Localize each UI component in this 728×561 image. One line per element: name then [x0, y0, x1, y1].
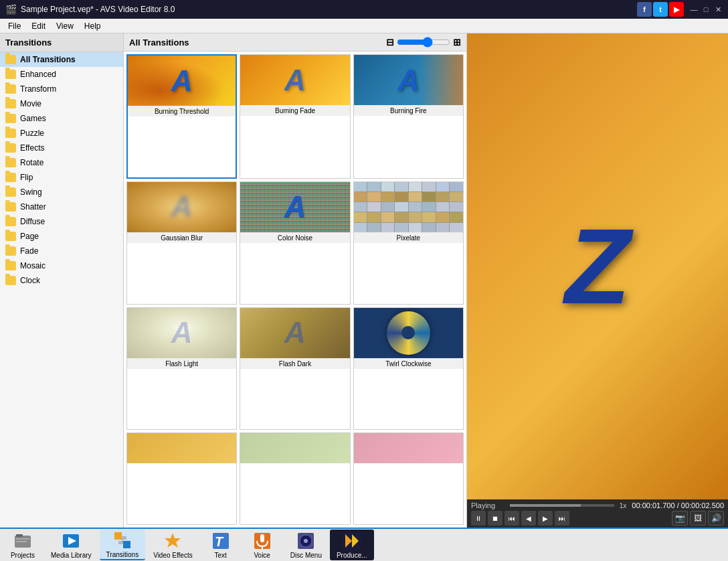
disc-menu-label: Disc Menu — [290, 552, 322, 559]
progress-bar[interactable] — [510, 504, 614, 507]
transition-thumb: A — [354, 55, 463, 105]
sidebar-item-swing[interactable]: Swing — [0, 185, 123, 199]
sidebar-item-all-transitions[interactable]: All Transitions — [0, 52, 123, 67]
sidebar-item-transform[interactable]: Transform — [0, 82, 123, 96]
transition-label: Gaussian Blur — [127, 232, 236, 243]
sidebar-label: Mosaic — [20, 261, 46, 270]
video-effects-icon — [163, 532, 182, 550]
sidebar-item-effects[interactable]: Effects — [0, 141, 123, 155]
transition-burning-threshold[interactable]: A Burning Threshold — [126, 54, 237, 179]
sidebar-item-diffuse[interactable]: Diffuse — [0, 214, 123, 229]
sidebar-item-movie[interactable]: Movie — [0, 96, 123, 111]
text-label: Text — [215, 552, 227, 559]
media-library-label: Media Library — [51, 552, 92, 559]
sidebar-item-enhanced[interactable]: Enhanced — [0, 67, 123, 82]
sidebar-label: Fade — [20, 246, 38, 256]
disc-menu-button[interactable]: Disc Menu — [284, 530, 329, 560]
menu-file[interactable]: File — [3, 20, 26, 32]
sidebar-item-clock[interactable]: Clock — [0, 273, 123, 288]
youtube-icon[interactable]: ▶ — [669, 2, 684, 17]
text-button[interactable]: T Text — [201, 530, 241, 560]
volume-button[interactable]: 🔊 — [708, 511, 724, 526]
folder-icon — [5, 84, 16, 94]
twitter-icon[interactable]: t — [653, 2, 668, 17]
produce-label: Produce... — [337, 552, 367, 559]
transition-burning-fade[interactable]: A Burning Fade — [240, 54, 350, 179]
transition-thumb — [354, 433, 463, 463]
sidebar-item-rotate[interactable]: Rotate — [0, 155, 123, 170]
preview-row1: Playing 1x 00:00:01.700 / 00:00:02.500 — [471, 501, 724, 509]
sidebar-item-page[interactable]: Page — [0, 229, 123, 244]
preview-letter: Z — [565, 205, 630, 328]
media-library-button[interactable]: Media Library — [44, 530, 98, 560]
speed-text: 1x — [620, 502, 627, 509]
next-button[interactable]: ⏭ — [555, 511, 569, 526]
transitions-button[interactable]: Transitions — [100, 530, 146, 560]
sidebar-item-flip[interactable]: Flip — [0, 170, 123, 185]
maximize-button[interactable]: □ — [701, 5, 711, 14]
sidebar-item-puzzle[interactable]: Puzzle — [0, 126, 123, 141]
projects-label: Projects — [11, 552, 35, 559]
letter-icon: A — [397, 64, 419, 97]
sidebar-label: Puzzle — [20, 129, 44, 138]
sidebar-label: Effects — [20, 143, 44, 153]
voice-icon — [253, 532, 272, 550]
app-icon: 🎬 — [5, 4, 17, 15]
folder-icon — [5, 99, 16, 108]
sidebar-label: Swing — [20, 187, 42, 197]
preview-panel: Z Playing 1x 00:00:01.700 / 00:00:02.500… — [467, 33, 728, 528]
playing-status: Playing — [471, 501, 505, 509]
voice-label: Voice — [254, 552, 270, 559]
folder-icon — [5, 158, 16, 167]
sidebar-label: Transform — [20, 84, 56, 94]
transition-partial-3[interactable] — [353, 432, 464, 525]
menu-edit[interactable]: Edit — [26, 20, 51, 32]
prev-button[interactable]: ◀ — [521, 511, 536, 526]
shrink-icon[interactable]: ⊟ — [386, 37, 394, 48]
window-controls: — □ ✕ — [689, 5, 723, 14]
transition-pixelate[interactable]: Pixelate — [353, 181, 464, 305]
transition-gaussian-blur[interactable]: A Gaussian Blur — [126, 181, 237, 305]
close-button[interactable]: ✕ — [713, 5, 723, 14]
sidebar-item-fade[interactable]: Fade — [0, 244, 123, 258]
pause-button[interactable]: ⏸ — [471, 511, 486, 526]
transition-label: Flash Light — [127, 358, 236, 369]
letter-icon: A — [171, 190, 193, 224]
snapshot-button[interactable]: 📷 — [672, 511, 688, 526]
sidebar-label: Diffuse — [20, 217, 45, 226]
sidebar-list: All Transitions Enhanced Transform Movie… — [0, 52, 123, 528]
transition-partial-2[interactable] — [240, 432, 350, 525]
sidebar-item-shatter[interactable]: Shatter — [0, 199, 123, 214]
menu-view[interactable]: View — [51, 20, 79, 32]
transition-twirl-clockwise[interactable]: Twirl Clockwise — [353, 307, 464, 430]
transition-burning-fire[interactable]: A Burning Fire — [353, 54, 464, 179]
voice-button[interactable]: Voice — [242, 530, 282, 560]
transition-flash-light[interactable]: A Flash Light — [126, 307, 237, 430]
letter-icon: A — [284, 64, 306, 97]
produce-button[interactable]: Produce... — [330, 530, 374, 560]
menubar: File Edit View Help — [0, 19, 728, 33]
transition-flash-dark[interactable]: A Flash Dark — [240, 307, 350, 430]
projects-button[interactable]: Projects — [3, 530, 43, 560]
preview-video: Z — [467, 33, 728, 499]
stop-button[interactable]: ⏹ — [488, 511, 503, 526]
video-effects-button[interactable]: Video Effects — [147, 530, 199, 560]
play-button[interactable]: ▶ — [538, 511, 553, 526]
sidebar-item-mosaic[interactable]: Mosaic — [0, 258, 123, 273]
letter-icon: A — [171, 64, 193, 98]
minimize-button[interactable]: — — [689, 5, 699, 14]
expand-icon[interactable]: ⊞ — [453, 37, 461, 48]
facebook-icon[interactable]: f — [637, 2, 652, 17]
transitions-header: All Transitions ⊟ ⊞ — [124, 33, 466, 52]
size-slider[interactable] — [397, 39, 450, 46]
transitions-title: All Transitions — [129, 37, 189, 48]
letter-icon: A — [284, 190, 306, 224]
prev-frame-button[interactable]: ⏮ — [505, 511, 519, 526]
folder-icon — [5, 217, 16, 226]
transition-color-noise[interactable]: A Color Noise — [240, 181, 350, 305]
transition-partial-1[interactable] — [126, 432, 237, 525]
menu-help[interactable]: Help — [79, 20, 106, 32]
sidebar-item-games[interactable]: Games — [0, 111, 123, 126]
transition-label: Burning Fade — [240, 105, 349, 116]
screenshot-button[interactable]: 🖼 — [690, 511, 706, 526]
